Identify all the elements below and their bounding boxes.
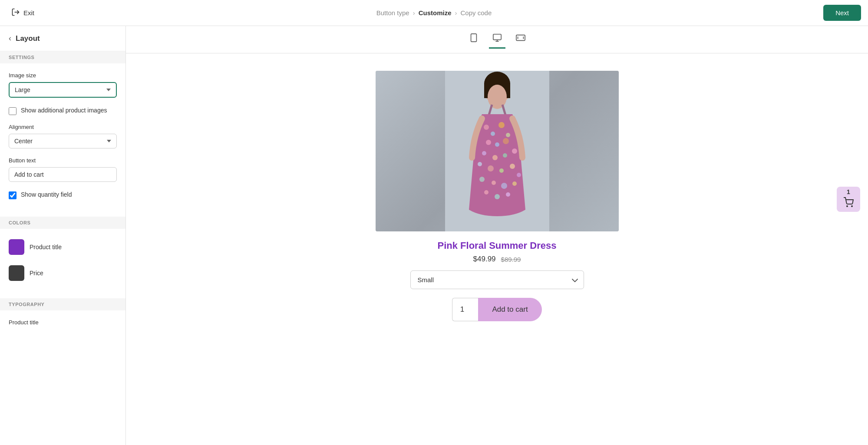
show-quantity-group: Show quantity field (9, 191, 117, 199)
svg-point-34 (501, 183, 507, 189)
price-current: $49.99 (473, 255, 496, 264)
price-color-swatch[interactable] (9, 265, 24, 281)
variant-select-wrapper: Small Medium Large X-Large (410, 270, 584, 289)
svg-point-13 (488, 85, 507, 109)
sidebar-back-button[interactable]: ‹ (9, 34, 11, 43)
svg-point-16 (484, 125, 489, 130)
typography-section-label: TYPOGRAPHY (0, 298, 125, 310)
breadcrumb-copy-code: Copy code (461, 9, 492, 16)
alignment-group: Alignment Center Left Right (9, 124, 117, 148)
svg-point-37 (495, 194, 500, 199)
svg-rect-3 (493, 34, 501, 40)
desktop-icon (492, 33, 502, 43)
cart-badge[interactable]: 1 (837, 187, 860, 212)
mobile-icon (469, 33, 479, 43)
svg-point-38 (506, 192, 510, 197)
image-size-label: Image size (9, 72, 117, 79)
add-to-cart-button[interactable]: Add to cart (478, 298, 541, 321)
breadcrumb: Button type › Customize › Copy code (376, 9, 492, 16)
sidebar-header: ‹ Layout (0, 26, 125, 51)
show-quantity-label[interactable]: Show quantity field (21, 191, 72, 199)
product-title-color-label: Product title (30, 244, 62, 251)
button-text-group: Button text (9, 157, 117, 182)
variant-select[interactable]: Small Medium Large X-Large (410, 270, 584, 289)
exit-label: Exit (23, 9, 34, 16)
cart-badge-count: 1 (847, 188, 850, 195)
mobile-view-button[interactable] (465, 30, 482, 49)
show-additional-images-label[interactable]: Show additional product images (21, 106, 107, 115)
button-text-label: Button text (9, 157, 117, 164)
colors-section-label: COLORS (0, 217, 125, 229)
sidebar-typography-content: Product title (0, 310, 125, 338)
preview-toolbar (126, 26, 868, 53)
price-color-row: Price (9, 264, 117, 283)
svg-point-27 (478, 162, 482, 166)
svg-point-23 (482, 151, 486, 155)
svg-point-20 (486, 140, 491, 145)
sidebar: ‹ Layout SETTINGS Image size Large Small… (0, 26, 126, 445)
price-original: $89.99 (501, 256, 521, 263)
quantity-input[interactable] (452, 298, 478, 321)
svg-point-24 (492, 155, 498, 160)
sidebar-settings-content: Image size Large Small Medium Extra Larg… (0, 63, 125, 217)
svg-point-21 (495, 142, 499, 147)
breadcrumb-customize: Customize (419, 9, 452, 16)
sidebar-title: Layout (16, 34, 40, 43)
wide-view-button[interactable] (512, 30, 529, 49)
svg-point-39 (847, 206, 848, 207)
show-additional-images-checkbox[interactable] (9, 107, 17, 115)
alignment-label: Alignment (9, 124, 117, 130)
svg-point-36 (484, 190, 488, 194)
breadcrumb-sep-1: › (413, 9, 415, 16)
product-title-color-row: Product title (9, 237, 117, 257)
wide-icon (516, 33, 525, 43)
svg-point-29 (499, 168, 504, 173)
product-image-container (376, 71, 619, 231)
svg-point-28 (488, 165, 494, 171)
exit-button[interactable]: Exit (7, 5, 39, 20)
svg-point-35 (512, 181, 517, 186)
show-quantity-checkbox[interactable] (9, 191, 17, 199)
svg-point-32 (479, 177, 485, 182)
product-title: Pink Floral Summer Dress (438, 240, 557, 251)
sidebar-colors-content: Product title Price (0, 229, 125, 298)
product-dress-image (445, 71, 549, 231)
image-size-select[interactable]: Large Small Medium Extra Large (9, 82, 117, 98)
preview-area: Pink Floral Summer Dress $49.99 $89.99 S… (126, 26, 868, 445)
breadcrumb-button-type: Button type (376, 9, 409, 16)
price-color-label: Price (30, 270, 43, 277)
next-button[interactable]: Next (823, 5, 861, 21)
typography-product-title-label: Product title (9, 319, 117, 326)
product-image-placeholder (376, 71, 619, 231)
image-size-group: Image size Large Small Medium Extra Larg… (9, 72, 117, 98)
svg-point-40 (851, 206, 852, 207)
alignment-select[interactable]: Center Left Right (9, 134, 117, 148)
svg-point-26 (512, 148, 517, 154)
product-title-color-swatch[interactable] (9, 239, 24, 255)
svg-rect-1 (471, 34, 476, 42)
svg-point-19 (506, 133, 510, 137)
svg-point-22 (503, 138, 509, 144)
svg-point-17 (491, 132, 495, 136)
breadcrumb-sep-2: › (455, 9, 457, 16)
button-text-input[interactable] (9, 167, 117, 182)
svg-point-30 (510, 164, 515, 169)
product-card: Pink Floral Summer Dress $49.99 $89.99 S… (371, 71, 623, 428)
svg-point-25 (503, 153, 507, 158)
settings-section-label: SETTINGS (0, 51, 125, 63)
preview-canvas: Pink Floral Summer Dress $49.99 $89.99 S… (126, 53, 868, 445)
add-to-cart-row: Add to cart (452, 298, 541, 321)
svg-point-33 (492, 181, 496, 185)
desktop-view-button[interactable] (489, 30, 505, 49)
svg-point-18 (498, 122, 505, 128)
product-pricing: $49.99 $89.99 (473, 255, 521, 264)
show-additional-images-group: Show additional product images (9, 106, 117, 115)
exit-icon (11, 8, 20, 18)
cart-icon (843, 197, 854, 210)
top-bar: Exit Button type › Customize › Copy code… (0, 0, 868, 26)
main-layout: ‹ Layout SETTINGS Image size Large Small… (0, 26, 868, 445)
svg-point-31 (517, 173, 521, 177)
